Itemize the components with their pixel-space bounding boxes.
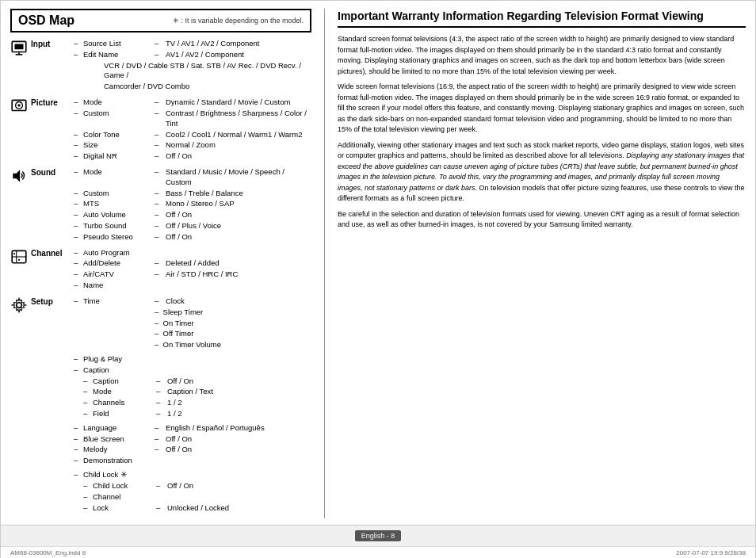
- picture-label: Picture: [31, 97, 74, 107]
- list-item: – Sleep Timer: [155, 308, 311, 318]
- section-picture: Picture – Mode – Dynamic / Standard / Mo…: [10, 97, 311, 162]
- section-input: Input – Source List – TV / AV1 / AV2 / C…: [10, 39, 311, 93]
- section-sound: Sound – Mode – Standard / Music / Movie …: [10, 167, 311, 243]
- list-item: – Field – 1 / 2: [83, 409, 311, 419]
- list-item: – Child Lock – Off / On: [83, 481, 311, 491]
- svg-point-11: [13, 253, 15, 254]
- channel-icon: [10, 248, 28, 266]
- list-item: – Plug & Play: [74, 354, 311, 365]
- section-setup: Setup – Time – Clock – Sleep Timer – On …: [10, 296, 311, 514]
- sound-icon: [10, 167, 28, 185]
- list-item: – Air/CATV – Air / STD / HRC / IRC: [74, 269, 311, 280]
- svg-point-13: [17, 303, 22, 308]
- left-panel: OSD Map ✳ : It is variable depending on …: [10, 9, 311, 518]
- bottom-left: AM68-03800M_Eng.indd 8: [10, 549, 86, 556]
- osd-note: ✳ : It is variable depending on the mode…: [173, 17, 304, 25]
- list-item: – Source List – TV / AV1 / AV2 / Compone…: [74, 39, 311, 49]
- list-item: – Melody – Off / On: [74, 445, 311, 455]
- list-item: – MTS – Mono / Stereo / SAP: [74, 199, 311, 209]
- bottom-right: 2007-07-07 19:9 9/28/38: [676, 549, 746, 556]
- setup-label: Setup: [31, 296, 74, 306]
- setup-icon: [10, 296, 28, 314]
- footer-badge: English - 8: [355, 530, 402, 541]
- list-item: – Pseudo Stereo – Off / On: [74, 232, 311, 243]
- channel-label: Channel: [31, 248, 74, 258]
- caption-subitems: – Caption – Off / On – Mode – Caption / …: [83, 376, 311, 419]
- warranty-para-1: Standard screen format televisions (4:3,…: [338, 34, 746, 77]
- list-item: – Channel: [83, 492, 311, 503]
- section-channel: Channel – Auto Program – Add/Delete – De…: [10, 248, 311, 292]
- list-item: – Language – English / Español / Portugu…: [74, 423, 311, 434]
- list-item: – Add/Delete – Deleted / Added: [74, 258, 311, 269]
- svg-rect-3: [15, 44, 24, 50]
- page-footer: English - 8: [1, 525, 755, 546]
- svg-point-12: [18, 258, 20, 260]
- picture-items: – Mode – Dynamic / Standard / Movie / Cu…: [74, 97, 311, 162]
- list-item: – Auto Program: [74, 248, 311, 258]
- setup-items: – Time – Clock – Sleep Timer – On Timer …: [74, 296, 311, 514]
- right-panel: Important Warranty Information Regarding…: [324, 9, 746, 518]
- list-item: – Digital NR – Off / On: [74, 151, 311, 162]
- list-item: – On Timer: [155, 319, 311, 329]
- warranty-para-3: Additionally, viewing other stationary i…: [338, 140, 746, 204]
- list-item: – Channels – 1 / 2: [83, 398, 311, 408]
- list-item: – On Timer Volume: [155, 340, 311, 350]
- list-item: – Caption: [74, 365, 311, 376]
- list-item: Camcorder / DVD Combo: [83, 82, 311, 92]
- warranty-para-2: Wide screen format televisions (16:9, th…: [338, 82, 746, 136]
- list-item: – Auto Volume – Off / On: [74, 210, 311, 220]
- bottom-bar: AM68-03800M_Eng.indd 8 2007-07-07 19:9 9…: [1, 546, 755, 558]
- warranty-para-4: Be careful in the selection and duration…: [338, 209, 746, 231]
- list-item: – Turbo Sound – Off / Plus / Voice: [74, 221, 311, 231]
- channel-items: – Auto Program – Add/Delete – Deleted / …: [74, 248, 311, 292]
- list-item: – Mode – Standard / Music / Movie / Spee…: [74, 167, 311, 188]
- list-item: – Blue Screen – Off / On: [74, 434, 311, 445]
- list-item: VCR / DVD / Cable STB / Sat. STB / AV Re…: [83, 61, 311, 82]
- svg-point-6: [17, 104, 20, 106]
- svg-marker-7: [13, 170, 20, 182]
- input-items: – Source List – TV / AV1 / AV2 / Compone…: [74, 39, 311, 93]
- warranty-title: Important Warranty Information Regarding…: [338, 9, 746, 28]
- picture-icon: [10, 97, 28, 115]
- input-label: Input: [31, 39, 74, 48]
- list-item: – Custom – Bass / Treble / Balance: [74, 189, 311, 199]
- osd-header: OSD Map ✳ : It is variable depending on …: [10, 9, 311, 32]
- sound-items: – Mode – Standard / Music / Movie / Spee…: [74, 167, 311, 243]
- list-item: – Name: [74, 281, 311, 291]
- list-item: – Mode – Caption / Text: [83, 387, 311, 397]
- list-item: – Demonstration: [74, 456, 311, 466]
- list-item: – Edit Name – AV1 / AV2 / Component: [74, 50, 311, 60]
- list-item: – Time – Clock: [74, 296, 311, 307]
- sound-label: Sound: [31, 167, 74, 177]
- list-item: – Lock – Unlocked / Locked: [83, 503, 311, 514]
- list-item: – Size – Normal / Zoom: [74, 140, 311, 151]
- osd-title: OSD Map: [18, 13, 74, 28]
- list-item: – Child Lock ✳: [74, 470, 311, 480]
- list-item: – Color Tone – Cool2 / Cool1 / Normal / …: [74, 130, 311, 140]
- list-item: – Mode – Dynamic / Standard / Movie / Cu…: [74, 97, 311, 108]
- input-icon: [10, 39, 28, 56]
- child-lock-subitems: – Child Lock – Off / On – Channel – Lock: [83, 481, 311, 513]
- list-item: – Off Timer: [155, 329, 311, 339]
- list-item: – Custom – Contrast / Brightness / Sharp…: [74, 109, 311, 129]
- list-item: – Caption – Off / On: [83, 376, 311, 387]
- page: OSD Map ✳ : It is variable depending on …: [0, 0, 756, 558]
